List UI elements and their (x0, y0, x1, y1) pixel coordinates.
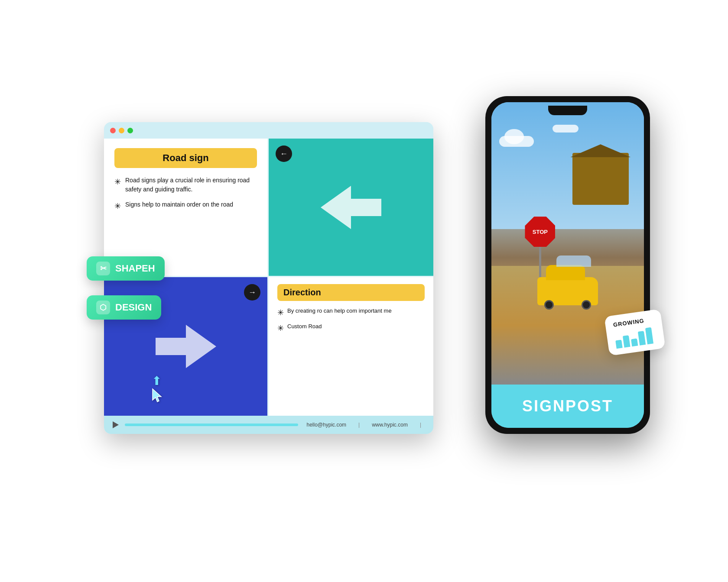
phone-screen: STOP SIGNPOST (491, 102, 644, 428)
shapeh-label: SHAPEH (115, 263, 155, 274)
bullet-star-icon-2: ✳ (114, 200, 121, 212)
taxi-roof (546, 265, 585, 280)
cloud-2 (552, 125, 578, 133)
footer-email: hello@hypic.com (307, 422, 347, 428)
footer-text: hello@hypic.com | www.hypic.com | (307, 422, 425, 428)
close-dot[interactable] (110, 128, 116, 133)
stop-sign-face: STOP (525, 217, 555, 247)
back-button[interactable]: ← (276, 146, 292, 162)
chart-bar (623, 335, 630, 347)
svg-marker-2 (153, 389, 161, 402)
scene: Road sign ✳ Road signs play a crucial ro… (104, 96, 624, 486)
phone-notch (548, 106, 587, 115)
direction-bullet-2: ✳ Custom Road (277, 323, 425, 334)
svg-marker-0 (321, 186, 381, 229)
browser-footer: hello@hypic.com | www.hypic.com | (104, 416, 433, 434)
stop-sign-pole (539, 247, 541, 277)
direction-title: Direction (277, 284, 425, 301)
direction-bullet-1-text: By creating ro can help com important me (287, 307, 392, 315)
direction-bullet-2-text: Custom Road (287, 323, 322, 330)
phone-bottom-bar: SIGNPOST (491, 385, 644, 428)
road-sign-title: Road sign (114, 148, 257, 168)
design-icon: ⬡ (96, 301, 110, 314)
shapeh-tag[interactable]: ✂ SHAPEH (87, 256, 165, 281)
phone-frame: STOP SIGNPOST (485, 96, 650, 434)
chart-bar (615, 340, 623, 349)
footer-website: www.hypic.com (372, 422, 408, 428)
cursor-icon: ⬆ (152, 374, 164, 404)
maximize-dot[interactable] (127, 128, 133, 133)
cloud-1 (499, 136, 534, 147)
road-sign-bullet-2-text: Signs help to maintain order on the road (125, 200, 233, 209)
road-sign-bullet-1-text: Road signs play a crucial role in ensuri… (125, 176, 257, 194)
road-sign-bullet-1: ✳ Road signs play a crucial role in ensu… (114, 176, 257, 194)
direction-card: Direction ✳ By creating ro can help com … (269, 277, 433, 416)
taxi-wheel-rear (544, 300, 554, 310)
shapeh-icon: ✂ (96, 262, 110, 275)
browser-titlebar (104, 122, 433, 139)
chart-bar (638, 331, 646, 346)
phone-wrapper: STOP SIGNPOST (485, 96, 650, 434)
stop-text: STOP (533, 229, 548, 235)
building (572, 153, 629, 205)
taxi-wheel-front (582, 300, 591, 310)
forward-arrow-icon: → (248, 288, 256, 297)
growing-badge: GROWING (604, 309, 665, 356)
design-tag[interactable]: ⬡ DESIGN (87, 295, 161, 320)
taxi (537, 277, 598, 305)
direction-bullet-1: ✳ By creating ro can help com important … (277, 307, 425, 318)
dir-bullet-star-1: ✳ (277, 307, 284, 318)
minimize-dot[interactable] (119, 128, 124, 133)
back-arrow-icon: ← (280, 149, 288, 158)
footer-divider-2: | (420, 422, 421, 428)
growing-chart (614, 326, 657, 349)
taxi-window (556, 255, 591, 267)
play-icon (113, 421, 119, 428)
right-arrow-graphic (151, 320, 221, 372)
chart-bar (645, 327, 653, 345)
progress-bar (125, 424, 298, 426)
dir-bullet-star-2: ✳ (277, 323, 284, 334)
chart-bar (631, 338, 638, 346)
signpost-label: SIGNPOST (522, 397, 613, 415)
forward-button[interactable]: → (244, 284, 260, 301)
footer-divider-1: | (358, 422, 360, 428)
teal-panel: ← (269, 139, 433, 277)
bullet-star-icon: ✳ (114, 176, 121, 188)
growing-label: GROWING (613, 316, 654, 328)
road-sign-bullet-2: ✳ Signs help to maintain order on the ro… (114, 200, 257, 212)
left-arrow-graphic (316, 181, 386, 233)
design-label: DESIGN (115, 302, 152, 313)
svg-marker-1 (156, 325, 216, 368)
